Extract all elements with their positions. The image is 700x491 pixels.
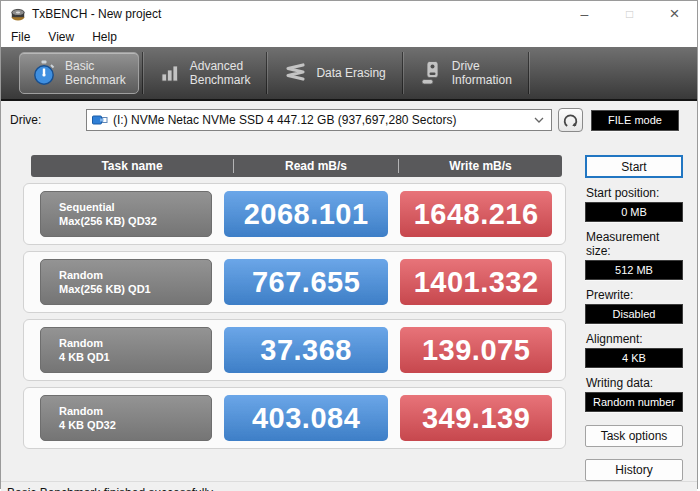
menu-bar: File View Help <box>1 27 697 47</box>
measurement-size-value[interactable]: 512 MB <box>585 260 683 280</box>
read-value: 37.368 <box>224 327 388 373</box>
start-position-value[interactable]: 0 MB <box>585 202 683 222</box>
task-options-button[interactable]: Task options <box>585 425 683 447</box>
refresh-drives-button[interactable] <box>558 108 583 132</box>
file-mode-button[interactable]: FILE mode <box>591 110 679 131</box>
start-button[interactable]: Start <box>585 155 683 178</box>
toolbar-separator <box>142 52 143 94</box>
chevron-down-icon <box>534 117 544 123</box>
tab-label: AdvancedBenchmark <box>190 59 251 88</box>
write-value: 1648.216 <box>400 191 552 237</box>
close-button[interactable]: × <box>652 1 697 27</box>
drive-select[interactable]: (I:) NVMe Netac NVMe SSD 4 447.12 GB (93… <box>86 109 552 131</box>
task-label: Random4 KB QD32 <box>40 395 212 441</box>
tab-drive-information[interactable]: DriveInformation <box>406 52 525 94</box>
tab-label: BasicBenchmark <box>65 59 126 88</box>
header-read: Read mB/s <box>234 159 398 173</box>
benchmark-row-random-4kb-qd1: Random4 KB QD1 37.368 139.075 <box>23 319 566 381</box>
stopwatch-icon <box>32 60 56 86</box>
benchmark-row-random-4kb-qd32: Random4 KB QD32 403.084 349.139 <box>23 387 566 449</box>
benchmark-row-sequential-qd32: SequentialMax(256 KB) QD32 2068.101 1648… <box>23 183 566 245</box>
read-value: 767.655 <box>224 259 388 305</box>
read-value: 2068.101 <box>224 191 388 237</box>
menu-view[interactable]: View <box>39 28 83 46</box>
tab-label: Data Erasing <box>316 66 385 80</box>
benchmark-results: Task name Read mB/s Write mB/s Sequentia… <box>1 139 574 481</box>
writing-data-label: Writing data: <box>586 376 683 390</box>
status-bar: Basic Benchmark finished successfully. <box>1 481 697 491</box>
alignment-value[interactable]: 4 KB <box>585 348 683 368</box>
tab-data-erasing[interactable]: Data Erasing <box>270 52 398 94</box>
write-value: 349.139 <box>400 395 552 441</box>
window-title: TxBENCH - New project <box>32 7 161 21</box>
write-value: 1401.332 <box>400 259 552 305</box>
app-window: TxBENCH - New project – □ × File View He… <box>0 0 698 489</box>
toolbar-separator <box>266 52 267 94</box>
write-value: 139.075 <box>400 327 552 373</box>
settings-sidebar: Start Start position: 0 MB Measurement s… <box>574 139 697 481</box>
task-label: Random4 KB QD1 <box>40 327 212 373</box>
status-message: Basic Benchmark finished successfully. <box>7 486 216 491</box>
bar-chart-icon <box>159 62 181 84</box>
window-controls: – □ × <box>562 1 697 27</box>
toolbar: BasicBenchmark AdvancedBenchmark <box>1 47 697 101</box>
tab-basic-benchmark[interactable]: BasicBenchmark <box>19 52 139 94</box>
refresh-icon <box>563 113 578 128</box>
results-header: Task name Read mB/s Write mB/s <box>31 155 562 177</box>
task-label: SequentialMax(256 KB) QD32 <box>40 191 212 237</box>
app-logo-icon <box>10 6 26 22</box>
minimize-button[interactable]: – <box>562 1 607 27</box>
toolbar-separator <box>402 52 403 94</box>
menu-help[interactable]: Help <box>83 28 126 46</box>
start-position-label: Start position: <box>586 186 683 200</box>
read-value: 403.084 <box>224 395 388 441</box>
main-content: Task name Read mB/s Write mB/s Sequentia… <box>1 139 697 481</box>
erase-waves-icon <box>283 62 307 84</box>
measurement-size-label: Measurement size: <box>586 230 683 258</box>
toolbar-separator <box>528 52 529 94</box>
tab-advanced-benchmark[interactable]: AdvancedBenchmark <box>146 52 264 94</box>
maximize-button[interactable]: □ <box>607 1 652 27</box>
drive-row: Drive: (I:) NVMe Netac NVMe SSD 4 447.12… <box>1 101 697 139</box>
menu-file[interactable]: File <box>2 28 39 46</box>
drive-selected-text: (I:) NVMe Netac NVMe SSD 4 447.12 GB (93… <box>113 113 529 127</box>
drive-label: Drive: <box>10 113 86 127</box>
history-button[interactable]: History <box>585 459 683 481</box>
alignment-label: Alignment: <box>586 332 683 346</box>
title-bar: TxBENCH - New project – □ × <box>1 1 697 27</box>
writing-data-value[interactable]: Random number <box>585 392 683 412</box>
prewrite-value[interactable]: Disabled <box>585 304 683 324</box>
task-label: RandomMax(256 KB) QD1 <box>40 259 212 305</box>
benchmark-row-random-qd1-max: RandomMax(256 KB) QD1 767.655 1401.332 <box>23 251 566 313</box>
drive-icon <box>419 60 443 86</box>
header-task-name: Task name <box>31 159 233 173</box>
drive-small-icon <box>92 115 108 126</box>
header-write: Write mB/s <box>399 159 562 173</box>
prewrite-label: Prewrite: <box>586 288 683 302</box>
tab-label: DriveInformation <box>452 59 512 88</box>
